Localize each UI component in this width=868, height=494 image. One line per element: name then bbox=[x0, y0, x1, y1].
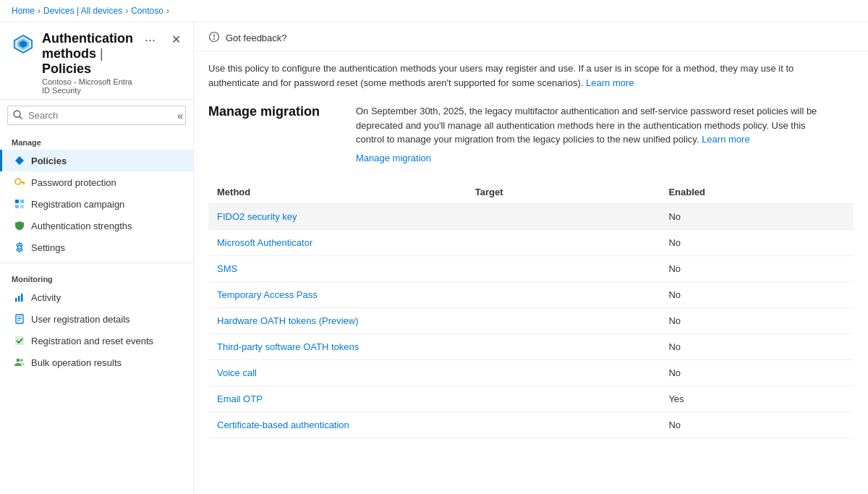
sidebar-item-password-protection[interactable]: Password protection bbox=[0, 171, 193, 193]
feedback-text[interactable]: Got feedback? bbox=[226, 33, 287, 43]
method-link[interactable]: Hardware OATH tokens (Preview) bbox=[217, 315, 359, 326]
method-link[interactable]: SMS bbox=[217, 263, 237, 274]
table-header: Method Target Enabled bbox=[208, 181, 854, 204]
table-row: FIDO2 security keyNo bbox=[208, 203, 854, 229]
app-logo bbox=[12, 33, 35, 56]
table-cell-method: FIDO2 security key bbox=[208, 203, 467, 229]
methods-table: Method Target Enabled FIDO2 security key… bbox=[208, 181, 854, 438]
svg-point-26 bbox=[213, 38, 215, 40]
table-cell-target bbox=[467, 281, 660, 307]
sidebar-item-user-registration-details[interactable]: User registration details bbox=[0, 308, 193, 330]
method-link[interactable]: Certificate-based authentication bbox=[217, 420, 349, 430]
diamond-blue-icon bbox=[14, 155, 25, 166]
table-cell-method: Voice call bbox=[208, 359, 467, 386]
col-header-target: Target bbox=[467, 181, 660, 204]
sidebar-label-activity: Activity bbox=[31, 292, 61, 303]
sidebar-divider bbox=[0, 263, 193, 263]
sidebar-section-manage: Manage bbox=[0, 131, 193, 150]
sidebar: Authentication methods | Policies Contos… bbox=[0, 22, 194, 494]
method-link[interactable]: Temporary Access Pass bbox=[217, 289, 318, 300]
sidebar-label-bulk-operation-results: Bulk operation results bbox=[31, 357, 122, 368]
feedback-icon bbox=[208, 31, 220, 45]
more-button[interactable]: ··· bbox=[140, 31, 160, 49]
breadcrumb-devices[interactable]: Devices | All devices bbox=[43, 6, 122, 16]
svg-rect-22 bbox=[15, 336, 24, 345]
table-cell-target bbox=[467, 255, 660, 281]
table-cell-target bbox=[467, 229, 660, 255]
table-cell-enabled: No bbox=[660, 203, 854, 229]
search-input[interactable] bbox=[7, 106, 186, 125]
table-cell-enabled: No bbox=[660, 229, 854, 255]
feedback-bar: Got feedback? bbox=[194, 22, 868, 51]
svg-point-14 bbox=[18, 246, 22, 250]
method-link[interactable]: Email OTP bbox=[217, 393, 263, 404]
check-green-icon bbox=[14, 335, 25, 346]
table-cell-enabled: No bbox=[660, 307, 854, 333]
grid-blue-icon bbox=[14, 198, 25, 210]
breadcrumb-home[interactable]: Home bbox=[12, 6, 35, 16]
sidebar-item-authentication-strengths[interactable]: Authentication strengths bbox=[0, 215, 193, 237]
migration-title: Manage migration bbox=[208, 104, 339, 163]
sidebar-item-activity[interactable]: Activity bbox=[0, 286, 193, 308]
main-content: Got feedback? Use this policy to configu… bbox=[194, 22, 868, 494]
sidebar-label-authentication-strengths: Authentication strengths bbox=[31, 221, 132, 231]
table-cell-target bbox=[467, 386, 660, 412]
svg-rect-12 bbox=[15, 205, 19, 208]
table-cell-method: Email OTP bbox=[208, 386, 467, 412]
sidebar-label-settings: Settings bbox=[31, 242, 65, 253]
table-row: Microsoft AuthenticatorNo bbox=[208, 229, 854, 255]
svg-point-23 bbox=[17, 359, 20, 362]
migration-section: Manage migration On September 30th, 2025… bbox=[208, 104, 854, 163]
close-button[interactable]: ✕ bbox=[167, 31, 185, 48]
shield-green-icon bbox=[14, 220, 25, 231]
sidebar-item-settings[interactable]: Settings bbox=[0, 237, 193, 258]
svg-marker-6 bbox=[15, 156, 24, 165]
table-row: Third-party software OATH tokensNo bbox=[208, 333, 854, 359]
svg-rect-10 bbox=[15, 200, 19, 203]
table-row: Certificate-based authenticationNo bbox=[208, 412, 854, 438]
sidebar-item-registration-campaign[interactable]: Registration campaign bbox=[0, 193, 193, 215]
learn-more-link-1[interactable]: Learn more bbox=[586, 77, 634, 88]
table-cell-method: Temporary Access Pass bbox=[208, 281, 467, 307]
table-cell-enabled: No bbox=[660, 412, 854, 438]
key-yellow-icon bbox=[14, 176, 25, 188]
search-wrap: « bbox=[0, 100, 193, 131]
table-cell-method: Certificate-based authentication bbox=[208, 412, 467, 438]
svg-point-7 bbox=[15, 179, 21, 184]
table-cell-target bbox=[467, 359, 660, 386]
breadcrumb-contoso[interactable]: Contoso bbox=[131, 6, 163, 16]
collapse-sidebar-button[interactable]: « bbox=[177, 110, 183, 122]
table-cell-method: Hardware OATH tokens (Preview) bbox=[208, 307, 467, 333]
page-title: Authentication methods | Policies bbox=[42, 31, 133, 77]
svg-rect-15 bbox=[15, 298, 17, 302]
svg-rect-17 bbox=[21, 294, 23, 302]
col-header-enabled: Enabled bbox=[660, 181, 854, 204]
page-org: Contoso - Microsoft Entra ID Security bbox=[42, 77, 133, 95]
sidebar-label-user-registration-details: User registration details bbox=[31, 314, 130, 325]
sidebar-header: Authentication methods | Policies Contos… bbox=[0, 22, 193, 100]
manage-migration-link[interactable]: Manage migration bbox=[356, 153, 431, 163]
table-cell-method: SMS bbox=[208, 255, 467, 281]
table-cell-method: Third-party software OATH tokens bbox=[208, 333, 467, 359]
svg-rect-13 bbox=[20, 205, 24, 208]
method-link[interactable]: FIDO2 security key bbox=[217, 211, 297, 222]
table-cell-enabled: No bbox=[660, 281, 854, 307]
sidebar-item-bulk-operation-results[interactable]: Bulk operation results bbox=[0, 352, 193, 373]
svg-rect-11 bbox=[20, 200, 24, 203]
table-cell-enabled: No bbox=[660, 255, 854, 281]
table-cell-method: Microsoft Authenticator bbox=[208, 229, 467, 255]
method-link[interactable]: Voice call bbox=[217, 367, 257, 378]
method-link[interactable]: Microsoft Authenticator bbox=[217, 237, 312, 248]
doc-blue-icon bbox=[14, 313, 25, 325]
svg-rect-16 bbox=[18, 296, 20, 302]
table-body: FIDO2 security keyNoMicrosoft Authentica… bbox=[208, 203, 854, 438]
table-cell-enabled: Yes bbox=[660, 386, 854, 412]
method-link[interactable]: Third-party software OATH tokens bbox=[217, 341, 359, 352]
description-text: Use this policy to configure the authent… bbox=[208, 61, 838, 90]
table-cell-enabled: No bbox=[660, 333, 854, 359]
migration-learn-more-link[interactable]: Learn more bbox=[702, 134, 749, 145]
table-row: Hardware OATH tokens (Preview)No bbox=[208, 307, 854, 333]
sidebar-item-policies[interactable]: Policies bbox=[0, 150, 193, 171]
sidebar-label-registration-campaign: Registration campaign bbox=[31, 199, 124, 210]
sidebar-item-registration-reset-events[interactable]: Registration and reset events bbox=[0, 330, 193, 352]
